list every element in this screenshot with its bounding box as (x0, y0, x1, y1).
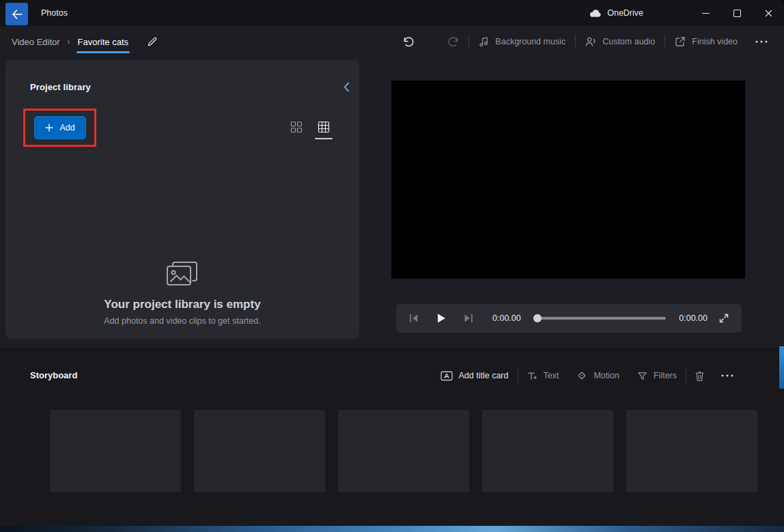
storyboard-section: Storyboard Add title card Text (0, 348, 784, 526)
small-tiles-view-button[interactable] (318, 121, 330, 133)
close-button[interactable] (753, 0, 784, 26)
breadcrumb: Video Editor › Favorite cats (12, 26, 158, 57)
delete-button[interactable] (686, 370, 713, 382)
toolbar-actions: Background music Custom audio Finish vid… (468, 26, 776, 57)
add-media-button[interactable]: Add (34, 116, 86, 139)
plus-icon (45, 124, 53, 132)
large-tiles-view-button[interactable] (290, 121, 303, 133)
rename-project-button[interactable] (147, 36, 158, 47)
pencil-icon (147, 36, 158, 47)
storyboard-tile (50, 410, 181, 492)
play-icon (436, 313, 446, 324)
next-frame-button[interactable] (464, 313, 473, 323)
playback-bar: 0:00.00 0:00.00 (396, 304, 742, 333)
playhead-handle[interactable] (533, 314, 542, 322)
collapse-panel-button[interactable] (342, 81, 351, 94)
back-button[interactable] (5, 3, 28, 25)
onedrive-label: OneDrive (607, 8, 643, 18)
add-title-card-button[interactable]: Add title card (432, 371, 518, 381)
text-add-icon (527, 371, 537, 381)
maximize-button[interactable] (721, 0, 753, 26)
photos-app-window: Photos OneDrive (0, 0, 784, 526)
undo-button[interactable] (402, 35, 415, 48)
music-note-icon (479, 36, 489, 47)
storyboard-title: Storyboard (30, 370, 77, 380)
project-library-panel: Project library Add (5, 60, 359, 339)
finish-video-button[interactable]: Finish video (665, 36, 747, 47)
text-button[interactable]: Text (518, 371, 568, 381)
title-card-icon (440, 371, 453, 381)
project-library-title: Project library (30, 82, 91, 92)
trash-icon (695, 370, 705, 382)
titlebar: Photos OneDrive (0, 0, 784, 26)
person-audio-icon (585, 36, 596, 47)
background-music-label: Background music (495, 37, 565, 46)
photo-stack-icon (166, 260, 199, 290)
seek-track (534, 317, 667, 320)
video-preview (391, 81, 745, 279)
filters-label: Filters (654, 371, 677, 380)
project-name[interactable]: Favorite cats (78, 37, 128, 47)
custom-audio-button[interactable]: Custom audio (576, 36, 664, 47)
minimize-button[interactable] (690, 0, 721, 26)
empty-library-state: Your project library is empty Add photos… (5, 260, 359, 326)
editor-toolbar: Video Editor › Favorite cats (0, 26, 784, 57)
fullscreen-button[interactable] (719, 313, 729, 323)
total-time: 0:00.00 (679, 313, 708, 323)
custom-audio-label: Custom audio (602, 37, 655, 46)
library-view-toggles (290, 121, 330, 133)
close-icon (765, 10, 772, 17)
back-arrow-icon (12, 10, 23, 19)
toolbar-more-button[interactable] (747, 40, 776, 43)
seek-slider[interactable] (534, 313, 667, 323)
app-title: Photos (41, 8, 68, 18)
desktop-background-sliver (779, 346, 784, 389)
grid-2x2-icon (290, 121, 303, 133)
onedrive-status[interactable]: OneDrive (589, 8, 643, 18)
next-frame-icon (464, 313, 473, 323)
add-label: Add (59, 123, 74, 132)
text-label: Text (544, 371, 559, 380)
desktop-background-strip (0, 526, 784, 532)
redo-button[interactable] (447, 35, 460, 48)
play-button[interactable] (436, 313, 446, 324)
storyboard-tile (338, 410, 469, 492)
filters-button[interactable]: Filters (628, 371, 686, 381)
filter-funnel-icon (637, 371, 647, 381)
ellipsis-icon (721, 374, 733, 377)
screenshot-stage: Photos OneDrive (0, 0, 784, 532)
breadcrumb-video-editor[interactable]: Video Editor (12, 37, 60, 47)
background-music-button[interactable]: Background music (469, 36, 575, 47)
onedrive-cloud-icon (589, 9, 602, 18)
motion-label: Motion (593, 371, 619, 380)
storyboard-tile (194, 410, 325, 492)
empty-library-title: Your project library is empty (104, 298, 260, 311)
empty-library-subtitle: Add photos and video clips to get starte… (104, 316, 260, 326)
grid-3x3-icon (318, 121, 330, 133)
motion-button[interactable]: Motion (568, 370, 628, 381)
previous-frame-button[interactable] (409, 313, 419, 323)
motion-diamond-icon (576, 370, 587, 381)
storyboard-actions: Add title card Text Motion (432, 364, 742, 387)
current-time: 0:00.00 (492, 313, 521, 323)
add-title-card-label: Add title card (459, 371, 509, 380)
chevron-left-icon (344, 82, 350, 92)
share-export-icon (675, 36, 686, 47)
storyboard-more-button[interactable] (713, 374, 742, 377)
minimize-icon (702, 10, 710, 17)
storyboard-tile (482, 410, 613, 492)
storyboard-tile (626, 410, 757, 492)
history-controls (402, 26, 460, 57)
ellipsis-icon (755, 40, 768, 43)
finish-video-label: Finish video (692, 37, 738, 46)
redo-icon (447, 35, 460, 48)
breadcrumb-separator: › (68, 37, 70, 46)
maximize-icon (733, 10, 741, 17)
undo-icon (402, 35, 415, 48)
previous-frame-icon (409, 313, 419, 323)
storyboard-tiles (50, 410, 757, 492)
expand-diagonal-icon (719, 313, 729, 323)
titlebar-right: OneDrive (589, 0, 784, 26)
